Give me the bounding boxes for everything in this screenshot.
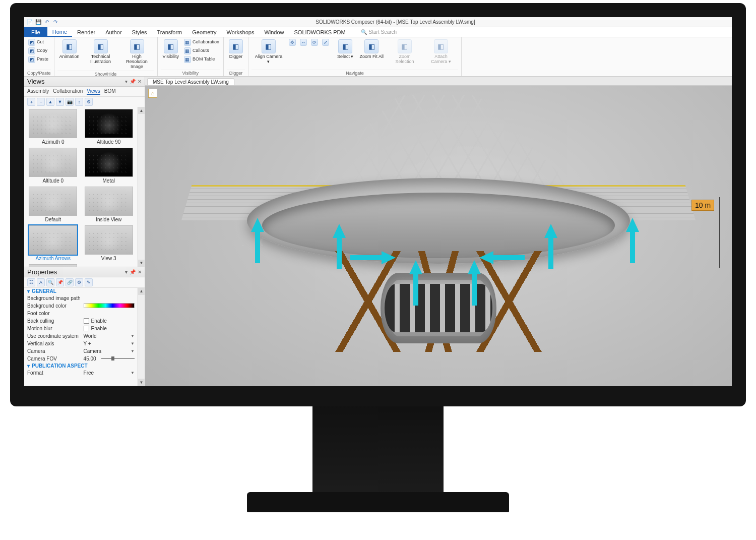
ribbon-visibility[interactable]: ◧Visibility: [161, 38, 181, 61]
menu-window[interactable]: Window: [259, 27, 289, 37]
property-value[interactable]: Free▼: [84, 370, 135, 376]
panel-pin-icon[interactable]: 📌: [130, 79, 136, 84]
nav-tool-icon[interactable]: ⤢: [321, 38, 330, 46]
view-thumbnail[interactable]: Metal: [83, 148, 135, 184]
property-group-header[interactable]: ▾PUBLICATION ASPECT: [24, 363, 138, 369]
view-thumbnail[interactable]: Azimuth Arrows: [27, 225, 79, 261]
view-thumbnail[interactable]: Altitude 0: [27, 148, 79, 184]
ribbon-bom-table[interactable]: ▦BOM Table: [183, 55, 220, 64]
views-tool-sort-icon[interactable]: ↕: [75, 98, 83, 106]
props-tool-cat-icon[interactable]: ☷: [27, 278, 35, 286]
nav-tool-icon[interactable]: ↔: [299, 38, 308, 46]
views-tool-del-icon[interactable]: －: [37, 98, 45, 106]
file-menu[interactable]: File: [24, 27, 47, 37]
property-row[interactable]: Use coordinate systemWorld▼: [24, 332, 138, 340]
props-tool-edit-icon[interactable]: ✎: [85, 278, 93, 286]
property-row[interactable]: Back cullingEnable: [24, 317, 138, 325]
property-row[interactable]: Motion blurEnable: [24, 325, 138, 332]
property-row[interactable]: Background image path: [24, 294, 138, 302]
scroll-down-icon[interactable]: ▼: [138, 260, 145, 267]
props-tool-cfg-icon[interactable]: ⚙: [75, 278, 83, 286]
slider[interactable]: [101, 358, 135, 359]
undo-icon[interactable]: ↶: [43, 19, 50, 26]
views-tab-views[interactable]: Views: [87, 88, 100, 95]
property-value[interactable]: 45.00: [84, 356, 135, 362]
views-scrollbar[interactable]: ▲ ▼: [138, 107, 145, 267]
view-thumbnail[interactable]: Default: [27, 187, 79, 222]
properties-scrollbar[interactable]: ▲ ▼: [138, 288, 145, 386]
property-row[interactable]: Vertical axisY +▼: [24, 340, 138, 347]
views-tool-add-icon[interactable]: ＋: [27, 98, 35, 106]
views-tool-cfg-icon[interactable]: ⚙: [85, 98, 93, 106]
ribbon-callouts[interactable]: ▦Callouts: [183, 47, 220, 55]
property-row[interactable]: Camera FOV45.00: [24, 355, 138, 363]
property-row[interactable]: Background color: [24, 302, 138, 310]
ribbon-zoom-fit-all[interactable]: ◧Zoom Fit All: [357, 38, 386, 61]
menu-author[interactable]: Author: [100, 27, 127, 37]
menu-render[interactable]: Render: [72, 27, 100, 37]
property-row[interactable]: CameraCamera▼: [24, 347, 138, 355]
view-thumbnail[interactable]: Inside View: [83, 187, 135, 222]
scroll-up-icon[interactable]: ▲: [138, 107, 145, 114]
search-box[interactable]: 🔍 Start Search: [361, 27, 397, 37]
property-row[interactable]: Foot color: [24, 310, 138, 317]
property-value[interactable]: Y +▼: [84, 341, 135, 346]
property-value[interactable]: [84, 303, 135, 308]
new-icon[interactable]: 📄: [26, 19, 33, 26]
nav-tool-icon[interactable]: ✥: [288, 38, 297, 46]
view-thumbnail[interactable]: Altitude 90: [83, 109, 135, 145]
scroll-down-icon[interactable]: ▼: [138, 379, 145, 386]
property-value[interactable]: World▼: [84, 333, 135, 339]
views-tool-dn-icon[interactable]: ▼: [56, 98, 64, 106]
menu-solidworks-pdm[interactable]: SOLIDWORKS PDM: [289, 27, 351, 37]
ribbon-technical-illustration[interactable]: ◧Technical Illustration: [84, 38, 118, 66]
view-thumbnail[interactable]: Azimuth 0: [27, 109, 79, 145]
views-tab-assembly[interactable]: Assembly: [27, 88, 49, 95]
ribbon-collaboration[interactable]: ▦Collaboration: [183, 38, 220, 46]
ribbon-animation[interactable]: ◧Animation: [57, 38, 82, 61]
panel-options-icon[interactable]: ▾: [125, 79, 128, 84]
views-tab-bom[interactable]: BOM: [104, 88, 116, 95]
property-value[interactable]: Enable: [84, 326, 135, 331]
views-panel-header[interactable]: Views ▾ 📌 ✕: [24, 77, 145, 87]
properties-panel-header[interactable]: Properties ▾ 📌 ✕: [24, 267, 145, 277]
scroll-up-icon[interactable]: ▲: [138, 288, 145, 295]
view-thumbnail[interactable]: View 4: [27, 264, 79, 267]
nav-tool-icon[interactable]: ⟳: [310, 38, 319, 46]
document-tab[interactable]: MSE Top Level Assembly LW.smg: [147, 78, 234, 85]
checkbox[interactable]: [84, 326, 89, 331]
panel-close-icon[interactable]: ✕: [138, 79, 142, 84]
ribbon-select-[interactable]: ◧Select ▾: [335, 38, 356, 61]
props-tool-srch-icon[interactable]: 🔍: [46, 278, 54, 286]
menu-geometry[interactable]: Geometry: [187, 27, 221, 37]
property-group-header[interactable]: ▾GENERAL: [24, 288, 138, 294]
views-tool-cam-icon[interactable]: 📷: [66, 98, 74, 106]
menu-styles[interactable]: Styles: [127, 27, 152, 37]
menu-transform[interactable]: Transform: [152, 27, 187, 37]
props-tool-pin-icon[interactable]: 📌: [56, 278, 64, 286]
property-row[interactable]: FormatFree▼: [24, 369, 138, 377]
views-tool-up-icon[interactable]: ▲: [46, 98, 54, 106]
checkbox[interactable]: [84, 318, 89, 324]
save-icon[interactable]: 💾: [35, 19, 42, 26]
property-value[interactable]: Enable: [84, 318, 135, 324]
color-swatch[interactable]: [84, 303, 135, 308]
views-tab-collaboration[interactable]: Collaboration: [53, 88, 83, 95]
ribbon-high-resolution-image[interactable]: ◧High Resolution Image: [120, 38, 154, 71]
ribbon-digger[interactable]: ◧Digger: [227, 38, 245, 61]
props-tool-link-icon[interactable]: 🔗: [66, 278, 74, 286]
panel-options-icon[interactable]: ▾: [125, 269, 128, 275]
panel-close-icon[interactable]: ✕: [138, 269, 142, 275]
property-value[interactable]: Camera▼: [84, 348, 135, 354]
viewport-3d[interactable]: ⌂: [145, 86, 732, 386]
panel-pin-icon[interactable]: 📌: [130, 269, 136, 275]
menu-home[interactable]: Home: [47, 27, 72, 37]
redo-icon[interactable]: ↷: [52, 19, 59, 26]
ribbon-copy[interactable]: ◩Copy: [27, 47, 49, 55]
view-thumbnail[interactable]: View 3: [83, 225, 135, 261]
ribbon-align-camera-[interactable]: ◧Align Camera ▾: [251, 38, 286, 66]
props-tool-az-icon[interactable]: A: [37, 278, 45, 286]
ribbon-cut[interactable]: ◩Cut: [27, 38, 49, 46]
ribbon-paste[interactable]: ◩Paste: [27, 55, 49, 64]
menu-workshops[interactable]: Workshops: [222, 27, 260, 37]
